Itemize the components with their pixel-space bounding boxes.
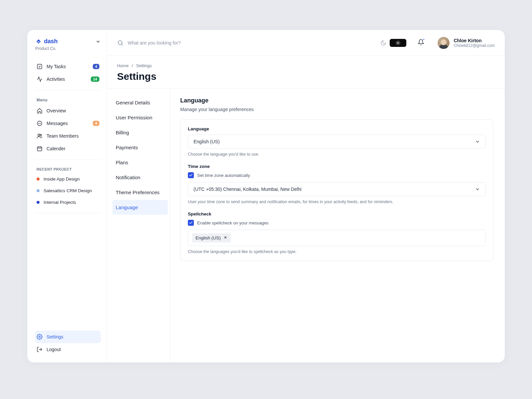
avatar	[438, 37, 450, 49]
panel-subtitle: Manage your language preferences	[180, 107, 493, 112]
theme-pill	[390, 39, 406, 47]
brand-row: dash	[35, 38, 101, 45]
sidebar-item-settings[interactable]: Settings	[35, 331, 101, 343]
language-label: Language	[188, 126, 486, 131]
checkbox-icon	[37, 64, 43, 69]
svg-point-13	[118, 41, 122, 45]
settings-tab-language[interactable]: Language	[112, 200, 168, 215]
sidebar-item-calendar[interactable]: Calender	[35, 142, 101, 155]
timezone-select-value: (UTC +05:30) Chennai, Kolkata, Mumbai, N…	[194, 187, 302, 192]
spellcheck-language-tag: English (US)	[192, 233, 231, 242]
divider	[35, 90, 101, 90]
timezone-select[interactable]: (UTC +05:30) Chennai, Kolkata, Mumbai, N…	[188, 182, 486, 196]
timezone-label: Time zone	[188, 164, 486, 169]
sidebar-item-label: Activities	[47, 76, 87, 82]
badge: 4	[93, 121, 99, 126]
settings-tab-general-details[interactable]: General Details	[112, 95, 168, 110]
chevron-down-icon	[475, 187, 480, 192]
users-icon	[37, 133, 43, 139]
settings-tab-payments[interactable]: Payments	[112, 140, 168, 155]
theme-toggle[interactable]	[380, 39, 406, 47]
svg-point-3	[40, 123, 40, 124]
spellcheck-enable-checkbox[interactable]	[188, 220, 194, 226]
project-dot-icon	[37, 189, 40, 192]
notifications-button[interactable]	[418, 39, 424, 47]
spellcheck-languages-input[interactable]: English (US)	[188, 230, 486, 246]
project-label: Inside App Design	[44, 177, 80, 182]
settings-card: Language English (US) Choose the languag…	[180, 119, 493, 261]
badge: 14	[91, 76, 99, 82]
divider	[35, 213, 101, 213]
settings-tab-billing[interactable]: Billing	[112, 125, 168, 140]
check-icon	[189, 221, 193, 225]
badge: 4	[93, 64, 99, 69]
search-icon	[117, 40, 124, 46]
spellcheck-enable-label: Enable spellcheck on your messages	[197, 220, 269, 225]
spellcheck-label: Spellcheck	[188, 211, 486, 216]
sun-icon	[395, 40, 401, 46]
svg-point-5	[38, 134, 40, 136]
sidebar-item-label: Messages	[47, 121, 89, 126]
moon-icon	[380, 40, 386, 46]
settings-tab-user-permission[interactable]: User Permission	[112, 110, 168, 125]
topbar: Chloe Kirton Chloekit12@gmail.com	[107, 30, 505, 56]
settings-nav: General Details User Permission Billing …	[107, 88, 170, 362]
chevron-down-icon	[475, 139, 480, 144]
settings-tab-theme-preferences[interactable]: Theme Preferences	[112, 185, 168, 200]
workspace-switcher-icon[interactable]	[95, 39, 101, 44]
svg-rect-0	[37, 64, 42, 69]
brand[interactable]: dash	[35, 38, 58, 45]
check-icon	[189, 173, 193, 177]
sidebar-item-logout[interactable]: Logout	[35, 343, 101, 356]
svg-line-14	[122, 44, 123, 45]
remove-tag-button[interactable]	[223, 235, 227, 240]
language-select[interactable]: English (US)	[188, 135, 486, 149]
user-email: Chloekit12@gmail.com	[454, 43, 495, 48]
breadcrumb-current: Settings	[136, 63, 152, 68]
user-name: Chloe Kirton	[454, 38, 495, 43]
sidebar-item-messages[interactable]: Messages 4	[35, 117, 101, 130]
svg-point-11	[39, 336, 41, 338]
chat-icon	[37, 120, 43, 126]
logout-icon	[37, 346, 43, 352]
breadcrumb-sep: /	[132, 63, 133, 68]
sidebar-item-label: Calender	[47, 146, 99, 151]
sidebar-project-inside-app[interactable]: Inside App Design	[35, 173, 101, 185]
notification-dot-icon	[423, 38, 425, 41]
timezone-auto-checkbox[interactable]	[188, 172, 194, 178]
divider	[35, 160, 101, 160]
brand-logo-icon	[35, 38, 42, 45]
svg-line-23	[399, 41, 400, 42]
activity-icon	[37, 76, 43, 82]
svg-point-2	[39, 123, 39, 124]
timezone-auto-row[interactable]: Set time zone automatically	[188, 172, 486, 178]
svg-point-15	[397, 42, 399, 44]
sidebar-item-activities[interactable]: Activities 14	[35, 73, 101, 85]
brand-subtitle: Product Co.	[35, 46, 101, 51]
main: Chloe Kirton Chloekit12@gmail.com Home /…	[107, 30, 505, 362]
sidebar-project-salesattics[interactable]: Salesattics CRM Design	[35, 185, 101, 197]
project-dot-icon	[37, 201, 40, 204]
svg-line-19	[399, 44, 400, 44]
settings-panel: Language Manage your language preference…	[170, 88, 505, 362]
settings-tab-notification[interactable]: Notification	[112, 170, 168, 185]
sidebar-item-my-tasks[interactable]: My Tasks 4	[35, 60, 101, 73]
sidebar-project-internal[interactable]: Internal Projects	[35, 197, 101, 208]
language-select-value: English (US)	[194, 139, 220, 144]
breadcrumb-home[interactable]: Home	[117, 63, 129, 68]
calendar-icon	[37, 146, 43, 152]
search-input[interactable]	[128, 40, 254, 46]
breadcrumb: Home / Settings	[117, 63, 495, 68]
sidebar-item-overview[interactable]: Overview	[35, 104, 101, 117]
spellcheck-enable-row[interactable]: Enable spellcheck on your messages	[188, 220, 486, 226]
language-help: Choose the language you'd like to use.	[188, 152, 486, 157]
gear-icon	[37, 334, 43, 340]
content-header: Home / Settings Settings	[107, 56, 505, 88]
svg-point-4	[41, 123, 41, 124]
home-icon	[37, 108, 43, 114]
sidebar-item-team-members[interactable]: Team Members	[35, 130, 101, 142]
user-menu[interactable]: Chloe Kirton Chloekit12@gmail.com	[438, 37, 495, 49]
sidebar-item-label: Overview	[47, 108, 99, 113]
close-icon	[223, 235, 227, 239]
settings-tab-plans[interactable]: Plans	[112, 155, 168, 170]
